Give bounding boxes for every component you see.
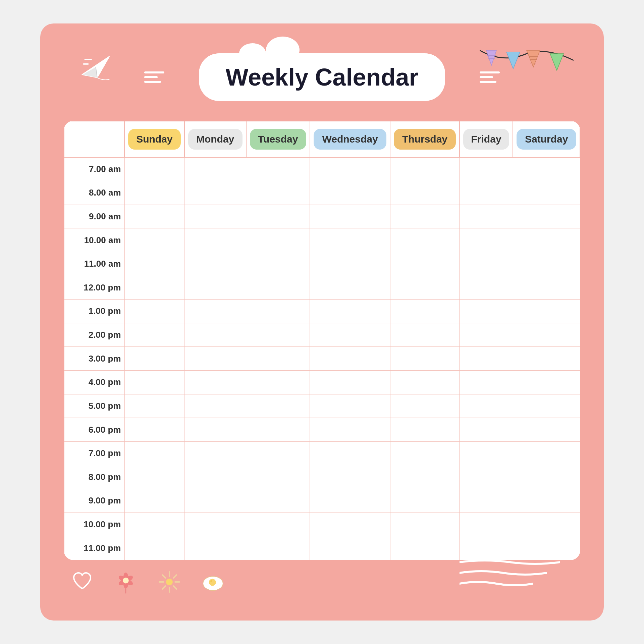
event-cell[interactable]: [124, 347, 184, 371]
event-cell[interactable]: [460, 513, 513, 536]
event-cell[interactable]: [390, 441, 460, 465]
event-cell[interactable]: [390, 513, 460, 536]
event-cell[interactable]: [310, 228, 390, 252]
event-cell[interactable]: [124, 181, 184, 205]
event-cell[interactable]: [390, 370, 460, 394]
event-cell[interactable]: [246, 228, 310, 252]
event-cell[interactable]: [184, 300, 246, 323]
event-cell[interactable]: [460, 394, 513, 418]
event-cell[interactable]: [246, 276, 310, 300]
event-cell[interactable]: [124, 489, 184, 513]
event-cell[interactable]: [246, 370, 310, 394]
event-cell[interactable]: [390, 300, 460, 323]
event-cell[interactable]: [124, 465, 184, 489]
event-cell[interactable]: [246, 347, 310, 371]
event-cell[interactable]: [124, 370, 184, 394]
event-cell[interactable]: [310, 394, 390, 418]
event-cell[interactable]: [310, 441, 390, 465]
event-cell[interactable]: [184, 465, 246, 489]
event-cell[interactable]: [184, 252, 246, 276]
event-cell[interactable]: [246, 418, 310, 442]
event-cell[interactable]: [460, 441, 513, 465]
event-cell[interactable]: [460, 181, 513, 205]
event-cell[interactable]: [124, 441, 184, 465]
event-cell[interactable]: [184, 157, 246, 181]
event-cell[interactable]: [246, 181, 310, 205]
event-cell[interactable]: [513, 441, 580, 465]
event-cell[interactable]: [390, 347, 460, 371]
event-cell[interactable]: [184, 205, 246, 228]
event-cell[interactable]: [460, 347, 513, 371]
event-cell[interactable]: [246, 513, 310, 536]
event-cell[interactable]: [460, 418, 513, 442]
event-cell[interactable]: [390, 536, 460, 560]
event-cell[interactable]: [124, 205, 184, 228]
event-cell[interactable]: [513, 181, 580, 205]
event-cell[interactable]: [246, 205, 310, 228]
event-cell[interactable]: [310, 347, 390, 371]
event-cell[interactable]: [124, 276, 184, 300]
event-cell[interactable]: [184, 276, 246, 300]
event-cell[interactable]: [124, 228, 184, 252]
event-cell[interactable]: [390, 181, 460, 205]
event-cell[interactable]: [310, 465, 390, 489]
event-cell[interactable]: [310, 157, 390, 181]
event-cell[interactable]: [390, 252, 460, 276]
event-cell[interactable]: [513, 157, 580, 181]
event-cell[interactable]: [460, 489, 513, 513]
event-cell[interactable]: [184, 370, 246, 394]
event-cell[interactable]: [513, 252, 580, 276]
event-cell[interactable]: [513, 300, 580, 323]
event-cell[interactable]: [513, 489, 580, 513]
event-cell[interactable]: [124, 157, 184, 181]
event-cell[interactable]: [124, 323, 184, 347]
event-cell[interactable]: [184, 513, 246, 536]
event-cell[interactable]: [184, 347, 246, 371]
event-cell[interactable]: [184, 441, 246, 465]
event-cell[interactable]: [310, 252, 390, 276]
event-cell[interactable]: [310, 205, 390, 228]
event-cell[interactable]: [310, 418, 390, 442]
event-cell[interactable]: [390, 323, 460, 347]
event-cell[interactable]: [390, 157, 460, 181]
event-cell[interactable]: [513, 323, 580, 347]
event-cell[interactable]: [513, 418, 580, 442]
event-cell[interactable]: [310, 370, 390, 394]
event-cell[interactable]: [513, 347, 580, 371]
event-cell[interactable]: [390, 465, 460, 489]
event-cell[interactable]: [246, 300, 310, 323]
event-cell[interactable]: [513, 394, 580, 418]
event-cell[interactable]: [310, 181, 390, 205]
event-cell[interactable]: [184, 181, 246, 205]
event-cell[interactable]: [184, 418, 246, 442]
event-cell[interactable]: [460, 465, 513, 489]
event-cell[interactable]: [246, 536, 310, 560]
event-cell[interactable]: [390, 418, 460, 442]
event-cell[interactable]: [246, 394, 310, 418]
event-cell[interactable]: [390, 394, 460, 418]
event-cell[interactable]: [246, 441, 310, 465]
event-cell[interactable]: [124, 394, 184, 418]
event-cell[interactable]: [390, 205, 460, 228]
event-cell[interactable]: [513, 205, 580, 228]
event-cell[interactable]: [124, 252, 184, 276]
event-cell[interactable]: [513, 370, 580, 394]
event-cell[interactable]: [460, 228, 513, 252]
event-cell[interactable]: [310, 489, 390, 513]
event-cell[interactable]: [184, 489, 246, 513]
event-cell[interactable]: [124, 536, 184, 560]
event-cell[interactable]: [460, 205, 513, 228]
event-cell[interactable]: [124, 300, 184, 323]
event-cell[interactable]: [460, 536, 513, 560]
event-cell[interactable]: [513, 465, 580, 489]
event-cell[interactable]: [390, 489, 460, 513]
event-cell[interactable]: [246, 157, 310, 181]
event-cell[interactable]: [460, 157, 513, 181]
event-cell[interactable]: [246, 323, 310, 347]
event-cell[interactable]: [310, 276, 390, 300]
event-cell[interactable]: [310, 513, 390, 536]
event-cell[interactable]: [513, 276, 580, 300]
event-cell[interactable]: [460, 252, 513, 276]
event-cell[interactable]: [184, 394, 246, 418]
event-cell[interactable]: [460, 370, 513, 394]
